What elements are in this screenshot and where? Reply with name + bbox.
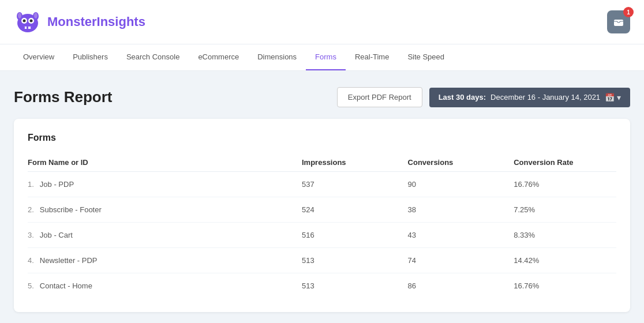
nav-item-sitespeed[interactable]: Site Speed [398,44,454,70]
table-row: 1. Job - PDP 537 90 16.76% [28,172,616,197]
nav-item-forms[interactable]: Forms [306,44,346,70]
row-num-2: 3. [28,231,34,239]
logo-text-accent: Insights [97,14,145,29]
table-row: 3. Job - Cart 516 43 8.33% [28,223,616,248]
svg-point-11 [18,13,21,18]
cell-conversions-0: 90 [399,172,505,197]
cell-conversions-3: 74 [399,248,505,273]
nav-item-realtime[interactable]: Real-Time [346,44,398,70]
col-header-rate: Conversion Rate [504,153,616,172]
cell-impressions-3: 513 [293,248,399,273]
col-header-name: Form Name or ID [28,153,293,172]
row-name-4: Contact - Home [40,281,92,290]
date-range-value: December 16 - January 14, 2021 [491,93,600,102]
row-num-4: 5. [28,281,34,290]
row-name-3: Newsletter - PDP [40,256,98,265]
notification-badge: 1 [623,7,634,17]
svg-rect-6 [23,27,25,29]
svg-point-3 [23,20,26,22]
nav-item-publishers[interactable]: Publishers [63,44,117,70]
table-row: 4. Newsletter - PDP 513 74 14.42% [28,248,616,273]
cell-name-1: 2. Subscribe - Footer [28,197,293,223]
row-num-0: 1. [28,180,34,189]
cell-conversions-1: 38 [399,197,505,223]
svg-rect-8 [31,27,32,29]
header: MonsterInsights 1 [0,0,644,44]
nav-item-search-console[interactable]: Search Console [117,44,189,70]
table-body: 1. Job - PDP 537 90 16.76% 2. Subscribe … [28,172,616,299]
notification-button[interactable]: 1 [607,10,630,33]
row-name-0: Job - PDP [40,180,74,189]
cell-conversions-4: 86 [399,273,505,299]
cell-name-4: 5. Contact - Home [28,273,293,299]
logo-text-plain: Monster [47,14,97,29]
table-card: Forms Form Name or ID Impressions Conver… [14,119,630,312]
header-right: 1 [607,10,630,33]
cell-impressions-0: 537 [293,172,399,197]
svg-rect-7 [27,27,28,29]
cell-rate-2: 8.33% [504,223,616,248]
col-header-conversions: Conversions [399,153,505,172]
table-row: 5. Contact - Home 513 86 16.76% [28,273,616,299]
cell-name-0: 1. Job - PDP [28,172,293,197]
calendar-icon: 📅 ▾ [605,93,621,102]
forms-table: Form Name or ID Impressions Conversions … [28,153,616,298]
cell-name-2: 3. Job - Cart [28,223,293,248]
table-row: 2. Subscribe - Footer 524 38 7.25% [28,197,616,223]
table-header: Form Name or ID Impressions Conversions … [28,153,616,172]
cell-impressions-2: 516 [293,223,399,248]
cell-rate-3: 14.42% [504,248,616,273]
row-name-1: Subscribe - Footer [40,205,102,214]
header-actions: Export PDF Report Last 30 days: December… [337,87,630,107]
col-header-impressions: Impressions [293,153,399,172]
nav-bar: Overview Publishers Search Console eComm… [0,44,644,71]
logo-text: MonsterInsights [47,14,145,29]
row-num-1: 2. [28,205,34,214]
nav-item-overview[interactable]: Overview [14,44,63,70]
inbox-icon [613,16,624,28]
date-range-label: Last 30 days: [439,93,486,102]
date-range-button[interactable]: Last 30 days: December 16 - January 14, … [429,88,630,107]
nav-item-dimensions[interactable]: Dimensions [248,44,306,70]
main-content: Forms Report Export PDF Report Last 30 d… [0,71,644,323]
logo-icon [14,8,42,36]
cell-rate-4: 16.76% [504,273,616,299]
svg-point-4 [30,20,33,22]
page-header-row: Forms Report Export PDF Report Last 30 d… [14,87,630,107]
row-name-2: Job - Cart [40,231,73,239]
nav-item-ecommerce[interactable]: eCommerce [189,44,248,70]
page-title: Forms Report [14,88,112,106]
row-num-3: 4. [28,256,34,265]
svg-point-12 [34,13,38,18]
cell-name-3: 4. Newsletter - PDP [28,248,293,273]
cell-conversions-2: 43 [399,223,505,248]
cell-rate-0: 16.76% [504,172,616,197]
export-pdf-button[interactable]: Export PDF Report [337,87,422,107]
cell-rate-1: 7.25% [504,197,616,223]
cell-impressions-1: 524 [293,197,399,223]
logo-area: MonsterInsights [14,8,145,36]
table-section-title: Forms [28,133,616,143]
cell-impressions-4: 513 [293,273,399,299]
